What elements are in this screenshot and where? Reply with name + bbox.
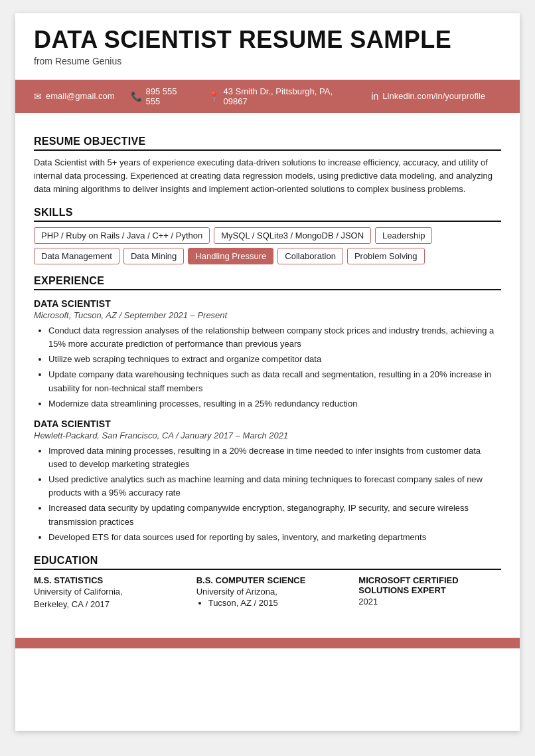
edu-degree: MICROSOFT CERTIFIED SOLUTIONS EXPERT: [358, 575, 501, 595]
education-container: M.S. STATISTICSUniversity of California,…: [34, 575, 501, 611]
skill-tag: MySQL / SQLite3 / MongoDB / JSON: [214, 227, 371, 244]
skill-tag: Collaboration: [277, 248, 343, 264]
job-bullet: Update company data warehousing techniqu…: [48, 368, 501, 395]
skill-tag: Data Mining: [123, 248, 184, 264]
edu-item: MICROSOFT CERTIFIED SOLUTIONS EXPERT2021: [358, 575, 501, 611]
skills-container: PHP / Ruby on Rails / Java / C++ / Pytho…: [34, 227, 501, 264]
edu-item: M.S. STATISTICSUniversity of California,…: [34, 575, 177, 611]
resume-source: from Resume Genius: [34, 56, 501, 66]
edu-list: Tucson, AZ / 2015: [196, 598, 339, 608]
edu-school: University of California, Berkeley, CA /…: [34, 585, 177, 611]
linkedin-icon: in: [371, 91, 378, 102]
experience-section-title: EXPERIENCE: [34, 275, 501, 290]
job-bullet: Developed ETS for data sources used for …: [48, 531, 501, 544]
resume-header: DATA SCIENTIST RESUME SAMPLE from Resume…: [15, 13, 520, 73]
resume-document: DATA SCIENTIST RESUME SAMPLE from Resume…: [15, 13, 520, 731]
job-bullets: Improved data mining processes, resultin…: [34, 444, 501, 544]
job-title: DATA SCIENTIST: [34, 298, 501, 309]
job-company: Microsoft, Tucson, AZ / September 2021 –…: [34, 310, 501, 320]
experience-container: DATA SCIENTISTMicrosoft, Tucson, AZ / Se…: [34, 298, 501, 544]
edu-degree: M.S. STATISTICS: [34, 575, 177, 585]
education-section-title: EDUCATION: [34, 555, 501, 570]
objective-text: Data Scientist with 5+ years of experien…: [34, 156, 501, 196]
linkedin-text: Linkedin.com/in/yourprofile: [382, 91, 485, 101]
contact-bar: ✉ email@gmail.com 📞 895 555 555 📍 43 Smi…: [15, 80, 520, 113]
contact-address: 📍 43 Smith Dr., Pittsburgh, PA, 09867: [208, 86, 356, 106]
skill-tag: Handling Pressure: [188, 248, 273, 264]
phone-icon: 📞: [131, 91, 142, 102]
job-bullet: Increased data security by updating comp…: [48, 502, 501, 528]
job-bullet: Used predictive analytics such as machin…: [48, 473, 501, 500]
job-title: DATA SCIENTIST: [34, 419, 501, 429]
job-bullet: Conduct data regression analyses of the …: [48, 324, 501, 351]
resume-title: DATA SCIENTIST RESUME SAMPLE: [34, 27, 501, 53]
job-bullets: Conduct data regression analyses of the …: [34, 324, 501, 411]
skill-tag: Problem Solving: [347, 248, 425, 264]
objective-section-title: RESUME OBJECTIVE: [34, 136, 501, 151]
phone-text: 895 555 555: [146, 86, 192, 106]
email-text: email@gmail.com: [46, 91, 115, 101]
skills-section-title: SKILLS: [34, 207, 501, 222]
contact-email: ✉ email@gmail.com: [34, 91, 115, 102]
job-bullet: Improved data mining processes, resultin…: [48, 444, 501, 471]
skill-tag: Data Management: [34, 248, 119, 264]
resume-body: RESUME OBJECTIVE Data Scientist with 5+ …: [15, 113, 520, 624]
edu-school: University of Arizona,: [196, 585, 339, 599]
job-bullet: Modernize data streamlining processes, r…: [48, 397, 501, 411]
skill-tag: Leadership: [375, 227, 432, 244]
edu-item: B.S. COMPUTER SCIENCEUniversity of Arizo…: [196, 575, 339, 611]
email-icon: ✉: [34, 91, 42, 102]
edu-degree: B.S. COMPUTER SCIENCE: [196, 575, 339, 585]
edu-school: 2021: [358, 595, 501, 609]
skill-tag: PHP / Ruby on Rails / Java / C++ / Pytho…: [34, 227, 210, 244]
footer-bar: [15, 638, 520, 648]
edu-list-item: Tucson, AZ / 2015: [208, 598, 339, 608]
contact-linkedin: in Linkedin.com/in/yourprofile: [371, 91, 485, 102]
job-company: Hewlett-Packard, San Francisco, CA / Jan…: [34, 430, 501, 440]
location-icon: 📍: [208, 91, 220, 102]
contact-phone: 📞 895 555 555: [131, 86, 192, 106]
job-bullet: Utilize web scraping techniques to extra…: [48, 353, 501, 366]
address-text: 43 Smith Dr., Pittsburgh, PA, 09867: [224, 86, 356, 106]
